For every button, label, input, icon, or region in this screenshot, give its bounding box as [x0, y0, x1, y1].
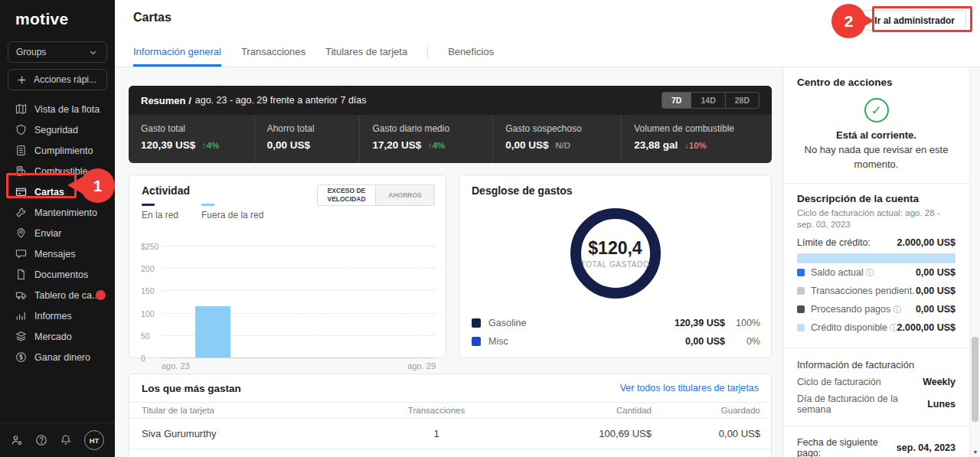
metric-gasto-total: Gasto total 120,39 US$ ↑4%	[129, 115, 255, 163]
activity-card: Actividad EXCESO DE VELOCIDAD AHORROS En…	[129, 175, 446, 358]
x-axis-labels: ago. 23 ago. 29	[162, 361, 436, 370]
right-panel: Centro de acciones ✓ Está al corriente. …	[782, 67, 969, 457]
notification-badge	[96, 290, 106, 300]
sidebar-item-enviar[interactable]: Enviar	[0, 223, 115, 243]
summary-metrics: Gasto total 120,39 US$ ↑4% Ahorro total …	[129, 115, 772, 163]
status-title: Está al corriente.	[797, 129, 956, 141]
scroll-down-arrow-icon[interactable]: ▼	[970, 449, 980, 455]
sidebar-item-label: Tablero de ca...	[34, 290, 100, 301]
go-to-admin-button[interactable]: Ir al administrador	[863, 10, 966, 31]
help-icon[interactable]	[35, 434, 47, 446]
sidebar-item-label: Vista de la flota	[34, 104, 100, 115]
spend-breakdown-title: Desglose de gastos	[472, 184, 760, 197]
sidebar-item-seguridad[interactable]: Seguridad	[0, 119, 115, 140]
legend-swatch	[142, 204, 155, 206]
table-header: Los que más gastan Ver todos los titular…	[129, 374, 771, 403]
sidebar-item-vista-de-la-flota[interactable]: Vista de la flota	[0, 99, 115, 119]
dollar-circle-icon	[15, 351, 27, 363]
range-7d-button[interactable]: 7D	[662, 93, 691, 108]
legend-row-misc: Misc 0,00 US$ 0%	[472, 332, 760, 351]
divider	[783, 426, 969, 426]
activity-bars	[162, 246, 436, 357]
legend-swatch	[201, 204, 214, 206]
sidebar-item-mercado[interactable]: Mercado	[0, 326, 115, 347]
chevron-down-icon	[87, 47, 99, 58]
info-icon[interactable]: ⓘ	[866, 267, 874, 279]
sidebar-item-label: Informes	[34, 311, 72, 322]
table-row[interactable]: Siva Gurumurthy 1 100,69 US$ 0,00 US$	[129, 419, 771, 449]
metric-delta: ↑4%	[202, 141, 219, 150]
summary-header: Resumen / ago. 23 - ago. 29 frente a ant…	[129, 86, 772, 115]
sidebar-item-label: Cumplimiento	[34, 145, 93, 156]
tab-titulares-de-tarjeta[interactable]: Titulares de tarjeta	[325, 46, 407, 67]
sidebar-item-mantenimiento[interactable]: Mantenimiento	[0, 202, 115, 223]
balance-swatch	[797, 324, 805, 331]
metric-delta: ↑4%	[428, 141, 445, 150]
page-title: Cartas	[133, 11, 172, 24]
plus-icon	[16, 74, 28, 86]
sidebar-item-cartas[interactable]: Cartas	[0, 181, 115, 202]
info-icon[interactable]: ⓘ	[890, 322, 897, 334]
sidebar-item-ganar-dinero[interactable]: Ganar dinero	[0, 347, 115, 367]
action-center-title: Centro de acciones	[797, 77, 956, 88]
activity-bar	[195, 306, 231, 357]
legend-en-la-red: En la red	[142, 204, 178, 220]
balance-row-procesando-pagos: Procesando pagosⓘ 0,00 US$	[797, 301, 956, 318]
info-icon[interactable]: ⓘ	[893, 304, 901, 315]
tab-beneficios[interactable]: Beneficios	[448, 46, 494, 67]
location-pin-icon	[15, 227, 27, 239]
metric-delta: N/D	[555, 141, 570, 150]
activity-toggle: EXCESO DE VELOCIDAD AHORROS	[317, 184, 435, 206]
sidebar-item-label: Combustible	[34, 166, 87, 177]
activity-plot: $250 200 150 100 50 0	[162, 246, 436, 357]
toggle-ahorros[interactable]: AHORROS	[376, 185, 434, 205]
legend-fuera-de-la-red: Fuera de la red	[201, 204, 263, 220]
balance-row-saldo-actual: Saldo actualⓘ 0,00 US$	[797, 264, 956, 282]
quick-actions-button[interactable]: Acciones rápi...	[8, 69, 107, 90]
sidebar-item-informes[interactable]: Informes	[0, 305, 115, 326]
legend-row-gasoline: Gasoline 120,39 US$ 100%	[472, 314, 760, 332]
view-all-cardholders-link[interactable]: Ver todos los titulares de tarjetas	[620, 383, 759, 393]
range-14d-button[interactable]: 14D	[691, 93, 725, 108]
tab-informacion-general[interactable]: Información general	[133, 46, 221, 67]
vertical-scrollbar[interactable]: ▼	[969, 67, 980, 457]
tab-separator	[427, 47, 428, 59]
shield-icon	[15, 124, 27, 135]
sidebar: motive Groups Acciones rápi... Vista de …	[0, 0, 115, 457]
metric-ahorro-total: Ahorro total 0,00 US$	[255, 115, 361, 163]
amount: 100,69 US$	[471, 428, 652, 439]
transactions-count: 1	[402, 428, 471, 439]
sidebar-item-label: Cartas	[34, 187, 64, 197]
fuel-pump-icon	[15, 165, 27, 177]
toggle-exceso-de-velocidad[interactable]: EXCESO DE VELOCIDAD	[318, 185, 376, 205]
user-avatar[interactable]: HT	[84, 430, 104, 450]
tab-transacciones[interactable]: Transacciones	[241, 46, 305, 67]
sidebar-item-combustible[interactable]: Combustible	[0, 161, 115, 181]
document-icon	[15, 269, 27, 280]
range-28d-button[interactable]: 28D	[726, 93, 759, 108]
summary-banner: Resumen / ago. 23 - ago. 29 frente a ant…	[129, 86, 772, 163]
sidebar-item-label: Mercado	[34, 331, 72, 342]
sidebar-item-label: Documentos	[34, 269, 88, 280]
notifications-bell-icon[interactable]	[60, 434, 72, 446]
date-range-selector: 7D 14D 28D	[662, 92, 760, 109]
legend-swatch	[472, 318, 481, 328]
bar-chart-icon	[15, 310, 27, 322]
sidebar-item-label: Ganar dinero	[34, 352, 90, 363]
quick-actions-label: Acciones rápi...	[34, 74, 96, 85]
metric-gasto-sospechoso: Gasto sospechoso 0,00 US$ N/D	[493, 115, 622, 163]
credit-progress-bar	[797, 253, 956, 263]
sidebar-item-documentos[interactable]: Documentos	[0, 264, 115, 285]
page-header: Cartas Información general Transacciones…	[115, 0, 980, 67]
scrollbar-thumb[interactable]	[972, 337, 978, 422]
activity-legend: En la red Fuera de la red	[142, 204, 435, 220]
balance-row-credito-disponible: Crédito disponibleⓘ 2.000,00 US$	[797, 319, 956, 337]
sidebar-item-cumplimiento[interactable]: Cumplimiento	[0, 140, 115, 161]
clipboard-icon	[15, 145, 27, 156]
sidebar-item-label: Mantenimiento	[34, 207, 97, 218]
groups-dropdown[interactable]: Groups	[8, 41, 107, 63]
sidebar-item-mensajes[interactable]: Mensajes	[0, 243, 115, 264]
admin-settings-icon[interactable]	[11, 434, 23, 446]
legend-swatch	[472, 337, 481, 346]
sidebar-item-tablero-de-camiones[interactable]: Tablero de ca...	[0, 285, 115, 305]
